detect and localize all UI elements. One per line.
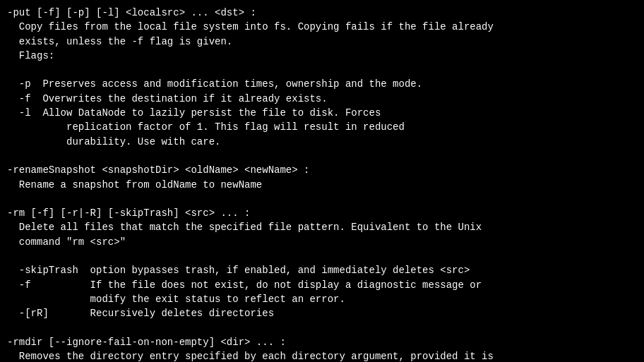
terminal-output: -put [-f] [-p] [-l] <localsrc> ... <dst>… [0,0,644,362]
